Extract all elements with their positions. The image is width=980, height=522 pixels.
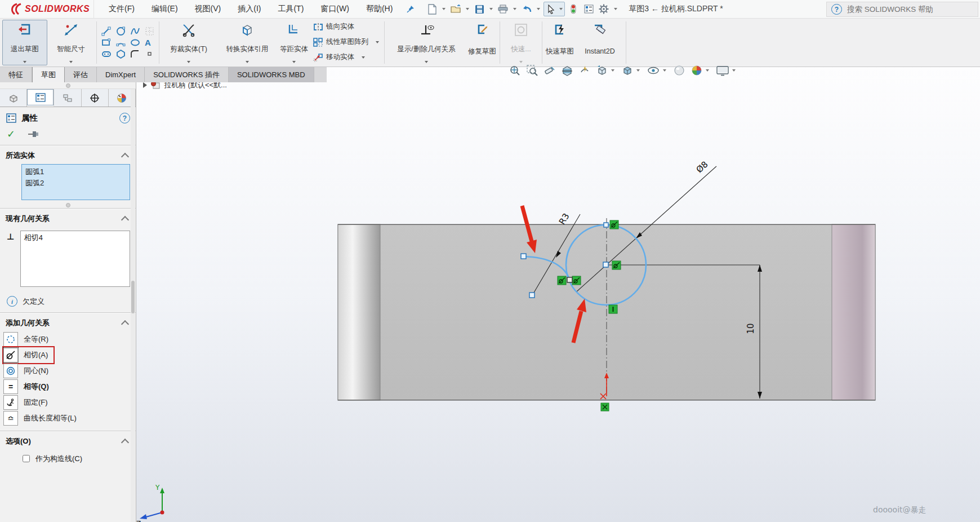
zoom-to-area-icon[interactable] — [526, 64, 538, 77]
menu-window[interactable]: 窗口(W) — [320, 4, 349, 14]
tangent-relation-badge[interactable] — [558, 276, 566, 285]
add-relations-header[interactable]: 添加几何关系 — [0, 313, 136, 331]
relation-coradial-button[interactable]: 全等(R) — [3, 331, 54, 347]
zoom-fit-icon[interactable] — [509, 64, 521, 77]
relation-equal-curve-length-button[interactable]: ≏ 曲线长度相等(L) — [3, 410, 82, 426]
relation-concentric-button[interactable]: 同心(N) — [3, 363, 54, 379]
diameter-dimension-text[interactable]: Ø8 — [694, 159, 710, 175]
menu-edit[interactable]: 编辑(E) — [152, 4, 178, 14]
spline-tool-icon[interactable] — [130, 26, 140, 36]
vertical-dimension-text[interactable]: 10 — [746, 323, 756, 334]
part-right-fillet-face[interactable] — [832, 224, 875, 400]
trim-entities-button[interactable]: 剪裁实体(T) — [161, 20, 216, 65]
new-document-caret[interactable] — [442, 8, 446, 10]
scrollbar-thumb[interactable] — [131, 281, 135, 313]
select-cursor-button[interactable] — [544, 2, 558, 16]
apply-scene-icon[interactable] — [691, 64, 711, 77]
section-view-icon[interactable] — [561, 64, 573, 77]
selected-entities-header[interactable]: 所选实体 — [0, 146, 136, 164]
options-header[interactable]: 选项(O) — [0, 432, 136, 450]
open-document-caret[interactable] — [466, 8, 469, 10]
ellipse-tool-icon[interactable] — [130, 38, 140, 47]
pin-toolbar-icon[interactable] — [404, 2, 417, 16]
tangent-relation-badge[interactable] — [572, 276, 581, 285]
save-caret[interactable] — [489, 8, 493, 10]
menu-tools[interactable]: 工具(T) — [278, 4, 304, 14]
vertical-relation-badge[interactable] — [609, 305, 617, 313]
part-left-fillet-face[interactable] — [338, 224, 380, 400]
mirror-entities-button[interactable]: 镜向实体 — [313, 22, 379, 32]
help-search-box[interactable]: ? — [826, 2, 978, 17]
view-settings-icon[interactable] — [716, 64, 737, 77]
tab-mbd[interactable]: SOLIDWORKS MBD — [229, 67, 314, 82]
collapse-chevron-icon[interactable] — [121, 215, 129, 223]
circle-tool-icon[interactable] — [116, 26, 126, 36]
panel-splitter[interactable] — [0, 82, 136, 89]
convert-entities-caret[interactable] — [246, 61, 249, 63]
display-style-icon[interactable] — [621, 64, 642, 77]
existing-relations-header[interactable]: 现有几何关系 — [0, 209, 136, 227]
tab-features[interactable]: 特征 — [0, 67, 32, 82]
apply-scene-caret[interactable] — [706, 69, 709, 72]
linear-pattern-button[interactable]: 线性草图阵列 — [313, 37, 379, 47]
fillet-tool-icon[interactable] — [130, 49, 140, 59]
hide-show-items-icon[interactable] — [647, 64, 668, 77]
tab-addins[interactable]: SOLIDWORKS 插件 — [145, 67, 229, 82]
arc-center-handle[interactable] — [529, 293, 534, 298]
exit-sketch-button[interactable]: 退出草图 — [2, 20, 47, 65]
tab-property-manager[interactable] — [27, 89, 54, 107]
menu-view[interactable]: 视图(V) — [195, 4, 221, 14]
print-button[interactable] — [496, 2, 510, 16]
search-input[interactable] — [846, 5, 961, 14]
undo-button[interactable] — [520, 2, 533, 16]
tangent-relation-badge[interactable] — [610, 220, 618, 229]
graphics-area[interactable]: 拉机柄 (默认<<默... — [136, 67, 980, 522]
text-tool-icon[interactable]: A — [145, 38, 151, 47]
smart-dimension-caret[interactable] — [69, 61, 73, 63]
convert-entities-button[interactable]: 转换实体引用 — [216, 20, 278, 65]
display-delete-relations-caret[interactable] — [425, 61, 428, 63]
selected-entity-item[interactable]: 圆弧1 — [25, 166, 126, 178]
panel-help-icon[interactable]: ? — [119, 113, 130, 123]
circle-top-point-handle[interactable] — [604, 223, 608, 227]
tangent-relation-badge[interactable] — [612, 261, 621, 269]
hide-show-caret[interactable] — [663, 69, 666, 72]
tangent-point-handle[interactable] — [567, 277, 572, 282]
linear-pattern-caret[interactable] — [376, 41, 379, 43]
tab-configuration-manager[interactable] — [54, 89, 81, 107]
offset-entities-caret[interactable] — [292, 61, 296, 63]
arc-endpoint-handle[interactable] — [521, 254, 526, 259]
rapid-sketch-button[interactable]: 快速草图 — [544, 20, 576, 65]
relation-equal-button[interactable]: = 相等(Q) — [3, 379, 55, 395]
move-entities-caret[interactable] — [362, 56, 365, 59]
point-tool-icon[interactable] — [145, 49, 154, 59]
view-orientation-caret[interactable] — [611, 69, 614, 72]
view-settings-caret[interactable] — [732, 69, 736, 72]
display-delete-relations-button[interactable]: 显示/删除几何关系 — [386, 20, 466, 65]
tab-sketch[interactable]: 草图 — [32, 67, 65, 82]
construction-line-checkbox[interactable] — [23, 455, 30, 462]
slot-tool-icon[interactable] — [101, 49, 112, 59]
polygon-tool-icon[interactable] — [116, 49, 126, 59]
tab-evaluate[interactable]: 评估 — [65, 67, 97, 82]
menu-insert[interactable]: 插入(I) — [238, 4, 261, 14]
confirm-button[interactable]: ✓ — [7, 129, 15, 139]
selected-entity-item[interactable]: 圆弧2 — [25, 178, 126, 189]
menu-help[interactable]: 帮助(H) — [366, 4, 393, 14]
select-caret[interactable] — [559, 8, 563, 10]
trim-entities-caret[interactable] — [187, 61, 190, 63]
pin-button[interactable] — [28, 130, 39, 138]
exit-sketch-caret[interactable] — [23, 61, 26, 63]
open-document-button[interactable] — [449, 2, 462, 16]
panel-scrollbar[interactable] — [131, 89, 135, 522]
edit-appearance-icon[interactable] — [673, 64, 685, 77]
help-icon[interactable]: ? — [831, 4, 842, 15]
arc-tool-icon[interactable] — [116, 38, 126, 47]
listbox-resize-handle[interactable] — [0, 202, 136, 208]
print-caret[interactable] — [513, 8, 516, 10]
rectangle-tool-icon[interactable] — [101, 38, 111, 47]
collapse-chevron-icon[interactable] — [121, 320, 129, 328]
existing-relations-listbox[interactable]: 相切4 — [20, 231, 130, 287]
line-tool-icon[interactable] — [101, 26, 111, 36]
expand-arrow-icon[interactable] — [143, 82, 147, 88]
